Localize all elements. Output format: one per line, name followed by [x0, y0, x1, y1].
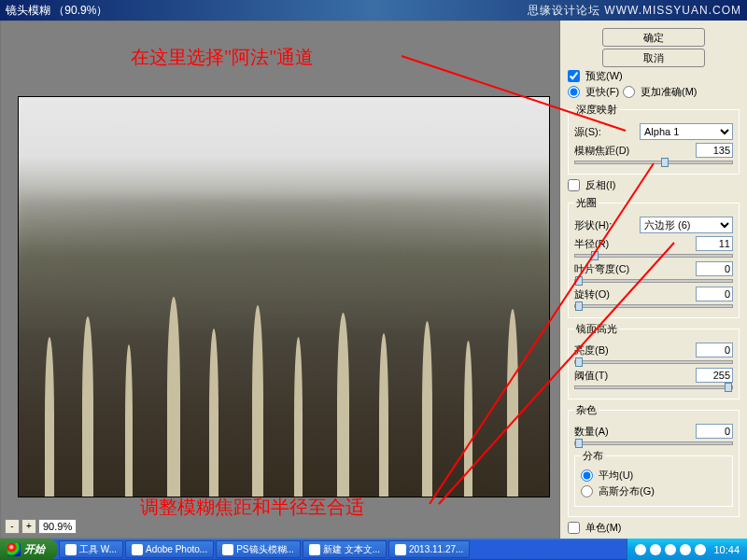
radius-input[interactable]	[696, 236, 733, 251]
radius-label: 半径(R)	[574, 237, 609, 251]
focal-input[interactable]	[696, 143, 733, 158]
radius-slider[interactable]	[574, 254, 733, 258]
threshold-slider[interactable]	[574, 385, 733, 389]
iris-legend: 光圈	[574, 196, 599, 210]
preview-label: 预览(W)	[585, 69, 623, 83]
brightness-input[interactable]	[696, 343, 733, 357]
watermark-text: 思缘设计论坛 WWW.MISSYUAN.COM	[528, 3, 741, 19]
faster-label: 更快(F)	[585, 85, 619, 99]
zoom-value[interactable]: 90.9%	[38, 519, 77, 534]
app-icon	[222, 544, 233, 555]
tray-icon[interactable]	[680, 544, 691, 555]
depth-map-legend: 深度映射	[574, 103, 619, 117]
settings-panel: 确定 取消 预览(W) 更快(F) 更加准确(M) 深度映射 源(S): Alp…	[560, 21, 747, 539]
shape-select[interactable]: 六边形 (6)	[640, 217, 733, 233]
dialog-title: 镜头模糊 （90.9%）	[6, 3, 107, 19]
gaussian-radio[interactable]	[581, 485, 593, 497]
taskbar-item[interactable]: 工具 W...	[59, 540, 123, 558]
distribution-legend: 分布	[581, 449, 605, 463]
tray-icon[interactable]	[665, 544, 676, 555]
threshold-label: 阈值(T)	[574, 369, 608, 383]
app-icon	[309, 544, 320, 555]
preview-image	[18, 96, 550, 497]
taskbar: 开始 工具 W... Adobe Photo... PS镜头模糊... 新建 文…	[0, 539, 747, 560]
uniform-label: 平均(U)	[599, 469, 633, 483]
invert-label: 反相(I)	[585, 178, 615, 192]
faster-radio[interactable]	[568, 86, 580, 98]
preview-checkbox[interactable]	[568, 70, 580, 82]
distribution-group: 分布 平均(U) 高斯分布(G)	[574, 449, 733, 507]
taskbar-item[interactable]: PS镜头模糊...	[216, 540, 301, 558]
specular-legend: 镜面高光	[574, 322, 619, 336]
threshold-input[interactable]	[696, 368, 733, 383]
noise-legend: 杂色	[574, 403, 599, 417]
preview-pane[interactable]: - + 90.9%	[0, 21, 560, 539]
amount-input[interactable]	[696, 424, 733, 439]
rotation-label: 旋转(O)	[574, 287, 610, 301]
system-tray: 10:44	[627, 539, 747, 560]
accurate-radio[interactable]	[623, 86, 635, 98]
curvature-slider[interactable]	[574, 279, 733, 283]
taskbar-item[interactable]: 2013.11.27...	[388, 540, 470, 558]
noise-group: 杂色 数量(A) 分布 平均(U) 高斯分布(G)	[568, 403, 740, 517]
app-icon	[65, 544, 77, 555]
brightness-slider[interactable]	[574, 360, 733, 364]
zoom-out-button[interactable]: -	[5, 519, 20, 534]
app-icon	[132, 544, 143, 555]
depth-map-group: 深度映射 源(S): Alpha 1 模糊焦距(D)	[568, 103, 740, 175]
shape-label: 形状(H):	[574, 218, 612, 232]
taskbar-item[interactable]: 新建 文本文...	[303, 540, 387, 558]
app-icon	[395, 544, 406, 555]
amount-label: 数量(A)	[574, 425, 609, 439]
taskbar-item[interactable]: Adobe Photo...	[125, 540, 214, 558]
amount-slider[interactable]	[574, 441, 733, 445]
curvature-label: 叶片弯度(C)	[574, 262, 629, 276]
accurate-label: 更加准确(M)	[641, 85, 698, 99]
clock[interactable]: 10:44	[713, 544, 740, 555]
start-button[interactable]: 开始	[0, 539, 58, 560]
focal-slider[interactable]	[574, 161, 733, 164]
brightness-label: 亮度(B)	[574, 343, 609, 357]
iris-group: 光圈 形状(H): 六边形 (6) 半径(R) 叶片弯度(C) 旋转(O)	[568, 196, 740, 318]
zoom-in-button[interactable]: +	[21, 519, 36, 534]
source-select[interactable]: Alpha 1	[640, 123, 733, 140]
uniform-radio[interactable]	[581, 469, 593, 482]
tray-icon[interactable]	[635, 544, 646, 555]
mono-checkbox[interactable]	[568, 522, 580, 534]
invert-checkbox[interactable]	[568, 179, 580, 191]
windows-icon	[7, 543, 21, 556]
focal-label: 模糊焦距(D)	[574, 144, 629, 158]
rotation-slider[interactable]	[574, 304, 733, 308]
tray-icon[interactable]	[695, 544, 706, 555]
gaussian-label: 高斯分布(G)	[599, 484, 655, 498]
dialog-titlebar: 镜头模糊 （90.9%） 思缘设计论坛 WWW.MISSYUAN.COM	[0, 0, 747, 21]
ok-button[interactable]: 确定	[602, 28, 705, 47]
specular-group: 镜面高光 亮度(B) 阈值(T)	[568, 322, 740, 399]
rotation-input[interactable]	[696, 287, 733, 301]
mono-label: 单色(M)	[585, 521, 622, 535]
curvature-input[interactable]	[696, 261, 733, 276]
tray-icon[interactable]	[650, 544, 661, 555]
cancel-button[interactable]: 取消	[602, 49, 705, 67]
source-label: 源(S):	[574, 125, 601, 139]
